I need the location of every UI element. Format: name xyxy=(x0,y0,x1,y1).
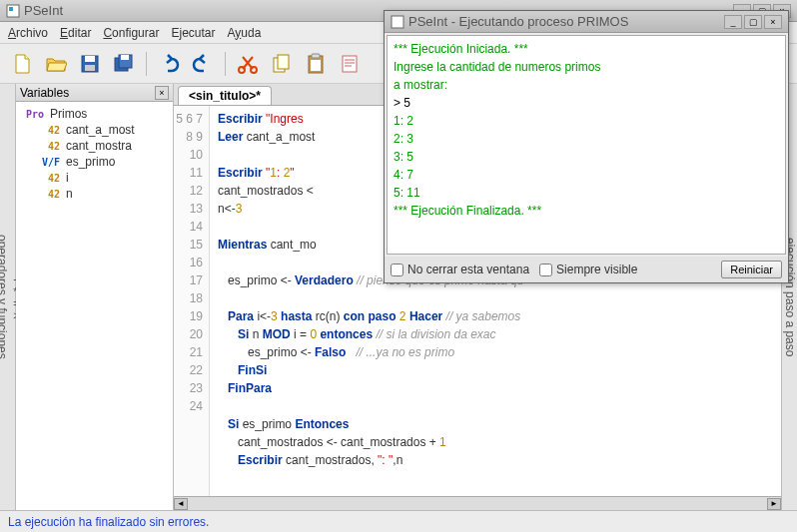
variables-panel: Variables × ProPrimos42cant_a_most42cant… xyxy=(16,84,174,510)
exec-restart-button[interactable]: Reiniciar xyxy=(721,261,782,278)
menu-ayuda[interactable]: Ayuda xyxy=(227,26,261,40)
variable-name: es_primo xyxy=(66,155,115,169)
exec-close-button[interactable]: × xyxy=(764,15,782,29)
horizontal-scrollbar[interactable]: ◄ ► xyxy=(174,496,781,510)
scroll-right-icon[interactable]: ► xyxy=(767,498,781,510)
exec-alwaysvisible-checkbox[interactable]: Siempre visible xyxy=(539,263,637,276)
variable-type-badge: 42 xyxy=(38,125,60,136)
notes-button[interactable] xyxy=(336,50,364,78)
menu-ejecutar[interactable]: Ejecutar xyxy=(171,26,215,40)
variable-name: cant_mostra xyxy=(66,139,132,153)
exec-minimize-button[interactable]: _ xyxy=(724,15,742,29)
line-gutter: 5 6 7 8 9 10 11 12 13 14 15 16 17 18 19 … xyxy=(174,106,210,496)
new-button[interactable] xyxy=(8,50,36,78)
variable-name: i xyxy=(66,171,69,185)
svg-rect-13 xyxy=(312,54,320,58)
undo-button[interactable] xyxy=(155,50,183,78)
app-title: PSeInt xyxy=(24,3,63,18)
scroll-left-icon[interactable]: ◄ xyxy=(174,498,188,510)
variable-type-badge: V/F xyxy=(38,157,60,168)
svg-rect-7 xyxy=(121,55,129,60)
svg-rect-4 xyxy=(85,65,95,71)
status-text: La ejecución ha finalizado sin errores. xyxy=(8,515,209,529)
save-button[interactable] xyxy=(76,50,104,78)
variable-type-badge: Pro xyxy=(22,109,44,120)
editor-tab[interactable]: <sin_titulo>* xyxy=(178,86,272,105)
paste-button[interactable] xyxy=(302,50,330,78)
svg-point-9 xyxy=(251,67,257,73)
variable-type-badge: 42 xyxy=(38,189,60,200)
cut-button[interactable] xyxy=(234,50,262,78)
exec-footer: No cerrar esta ventana Siempre visible R… xyxy=(385,257,788,282)
variable-row[interactable]: ProPrimos xyxy=(16,106,173,122)
app-icon xyxy=(6,4,20,18)
statusbar: La ejecución ha finalizado sin errores. xyxy=(0,510,797,532)
variables-close-icon[interactable]: × xyxy=(155,86,169,100)
exec-app-icon xyxy=(391,15,404,29)
svg-rect-11 xyxy=(278,55,289,69)
variable-type-badge: 42 xyxy=(38,141,60,152)
operators-label: operadores y funciones xyxy=(0,235,9,359)
exec-title: PSeInt - Ejecutando proceso PRIMOS xyxy=(408,14,628,29)
open-button[interactable] xyxy=(42,50,70,78)
redo-button[interactable] xyxy=(189,50,217,78)
svg-rect-14 xyxy=(311,60,321,71)
svg-rect-1 xyxy=(9,7,13,11)
svg-rect-3 xyxy=(85,56,95,62)
copy-button[interactable] xyxy=(268,50,296,78)
svg-rect-15 xyxy=(343,56,357,72)
variable-row[interactable]: 42i xyxy=(16,170,173,186)
menu-editar[interactable]: Editar xyxy=(60,26,91,40)
svg-rect-16 xyxy=(392,16,403,28)
variables-title: Variables xyxy=(20,86,69,100)
exec-noclose-checkbox[interactable]: No cerrar esta ventana xyxy=(391,263,529,276)
variable-row[interactable]: V/Fes_primo xyxy=(16,154,173,170)
menu-archivo[interactable]: Archivo xyxy=(8,26,48,40)
svg-point-8 xyxy=(239,67,245,73)
variable-name: Primos xyxy=(50,107,87,121)
exec-maximize-button[interactable]: ▢ xyxy=(744,15,762,29)
exec-output: *** Ejecución Iniciada. *** Ingrese la c… xyxy=(387,35,786,255)
variable-row[interactable]: 42n xyxy=(16,186,173,202)
saveall-button[interactable] xyxy=(110,50,138,78)
variable-row[interactable]: 42cant_a_most xyxy=(16,122,173,138)
execution-window: PSeInt - Ejecutando proceso PRIMOS _ ▢ ×… xyxy=(384,10,789,283)
variable-name: cant_a_most xyxy=(66,123,135,137)
variable-name: n xyxy=(66,187,73,201)
variable-row[interactable]: 42cant_mostra xyxy=(16,138,173,154)
left-sidebar-operators[interactable]: + * = > operadores y funciones xyxy=(0,84,16,510)
variable-type-badge: 42 xyxy=(38,173,60,184)
menu-configurar[interactable]: Configurar xyxy=(103,26,159,40)
